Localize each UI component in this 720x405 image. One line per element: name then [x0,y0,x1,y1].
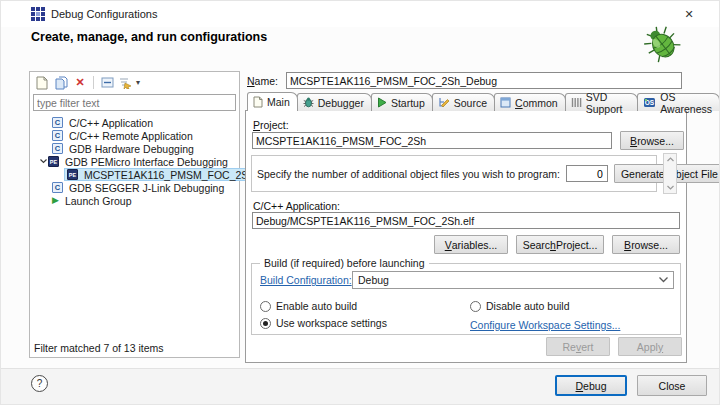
toolbar-separator [93,76,94,89]
os-awareness-icon: OS [643,97,656,108]
c-application-icon: C [52,130,63,141]
configurations-panel: ✕ ▾ C C/C++ Application C C/C++ Remote A… [29,71,240,358]
tab-label: Startup [391,97,425,109]
tree-item-cpp-remote-application[interactable]: C C/C++ Remote Application [30,129,239,142]
tab-svd-support[interactable]: SVD Support [565,93,639,111]
debugger-bug-icon [303,97,314,108]
c-application-icon: C [52,143,63,154]
tab-main[interactable]: Main [247,92,298,111]
object-files-scrollbar[interactable] [663,153,677,194]
configurations-toolbar: ✕ ▾ [30,72,239,93]
collapse-all-icon[interactable] [99,75,115,90]
apply-button[interactable]: Apply [618,337,682,356]
tree-item-launch-group[interactable]: ▶ Launch Group [30,194,239,207]
main-tab-panel: Project: Browse... Specify the number of… [245,110,687,363]
toolbar-menu-caret-icon[interactable]: ▾ [136,78,140,87]
tab-label: SVD Support [586,91,631,115]
project-input[interactable] [252,132,612,149]
close-icon[interactable]: ✕ [681,6,697,22]
object-files-count-input[interactable] [566,165,608,182]
application-browse-button[interactable]: Browse... [612,235,680,254]
tab-label: Common [515,97,558,109]
title-bar: Debug Configurations ✕ [1,1,720,27]
radio-icon [470,301,481,312]
source-tree-icon [438,97,450,108]
build-configuration-select[interactable]: Debug [352,271,674,289]
debug-button[interactable]: Debug [555,375,627,396]
tab-debugger[interactable]: Debugger [297,93,372,111]
filter-input[interactable] [33,94,236,111]
radio-label: Enable auto build [276,300,357,312]
scroll-up-icon [667,157,674,162]
configuration-tabs: Main Debugger Startup Source Common SVD … [247,92,719,111]
svd-registers-icon [571,97,582,108]
debug-bug-icon [639,25,685,63]
tree-item-label: C/C++ Application [67,117,155,129]
main-tab-icon [253,96,263,108]
expander-chevron-icon[interactable] [38,159,48,164]
tab-label: Main [267,96,290,108]
delete-configuration-icon[interactable]: ✕ [72,75,88,90]
radio-label: Disable auto build [486,300,569,312]
tab-os-awareness[interactable]: OS OS Awareness [637,93,720,111]
project-browse-button[interactable]: Browse... [620,131,684,150]
debug-configurations-icon [31,7,45,21]
new-configuration-icon[interactable] [34,75,50,90]
tree-item-label: GDB Hardware Debugging [67,143,196,155]
tree-item-cpp-application[interactable]: C C/C++ Application [30,116,239,129]
c-application-icon: C [52,117,63,128]
close-button[interactable]: Close [637,375,707,396]
tab-label: OS Awareness [660,91,712,115]
tree-item-label: C/C++ Remote Application [67,130,195,142]
configurations-tree: C C/C++ Application C C/C++ Remote Appli… [30,113,239,207]
help-icon[interactable]: ? [31,375,48,392]
configure-workspace-settings-link[interactable]: Configure Workspace Settings... [470,319,620,331]
tab-label: Source [454,97,487,109]
name-label: Name: [247,75,278,87]
tree-item-gdb-hardware-debugging[interactable]: C GDB Hardware Debugging [30,142,239,155]
disable-auto-build-radio[interactable]: Disable auto build [470,300,569,312]
page-title: Create, manage, and run configurations [31,30,267,44]
debug-configurations-dialog: Debug Configurations ✕ Create, manage, a… [0,0,720,405]
build-group-legend: Build (if required) before launching [260,257,429,269]
startup-play-icon [377,97,387,108]
project-label: Project: [253,119,289,131]
tree-item-gdb-pemicro-interface-debugging[interactable]: PE GDB PEMicro Interface Debugging [30,155,239,168]
filter-status: Filter matched 7 of 13 items [34,342,164,354]
enable-auto-build-radio[interactable]: Enable auto build [260,300,357,312]
radio-icon [260,301,271,312]
search-project-button[interactable]: Search Project... [516,235,604,254]
tree-item-mcspte1ak116-debug-selected[interactable]: PE MCSPTE1AK116_PMSM_FOC_2Sh_Debug [30,168,239,181]
tree-item-label: GDB SEGGER J-Link Debugging [67,182,226,194]
variables-button[interactable]: Variables... [434,235,508,254]
use-workspace-settings-radio[interactable]: Use workspace settings [260,317,387,329]
filter-configurations-icon[interactable] [118,75,134,90]
launch-group-icon: ▶ [52,195,59,206]
pemicro-icon: PE [48,156,59,167]
tab-startup[interactable]: Startup [371,93,433,111]
combo-chevron-down-icon [659,277,668,283]
radio-label: Use workspace settings [276,317,387,329]
tab-label: Debugger [318,97,364,109]
tree-item-label: Launch Group [63,195,134,207]
pemicro-icon: PE [67,169,78,180]
build-configuration-value: Debug [358,274,389,286]
build-configuration-link[interactable]: Build Configuration: [260,274,352,286]
name-input[interactable] [286,72,682,89]
tab-common[interactable]: Common [494,93,566,111]
window-title: Debug Configurations [51,8,157,20]
common-window-icon [500,97,511,108]
revert-button[interactable]: Revert [546,337,610,356]
tab-source[interactable]: Source [432,93,495,111]
object-files-prompt: Specify the number of additional object … [257,168,560,180]
tree-item-label: GDB PEMicro Interface Debugging [63,156,230,168]
duplicate-configuration-icon[interactable] [53,75,69,90]
scroll-down-icon [667,185,674,190]
radio-selected-icon [260,318,271,329]
build-before-launch-group: Build (if required) before launching Bui… [251,263,681,335]
additional-object-files-group: Specify the number of additional object … [251,155,657,192]
c-application-icon: C [52,182,63,193]
cpp-application-input[interactable] [252,212,680,229]
tree-item-gdb-segger-jlink-debugging[interactable]: C GDB SEGGER J-Link Debugging [30,181,239,194]
cpp-application-label: C/C++ Application: [253,200,340,212]
